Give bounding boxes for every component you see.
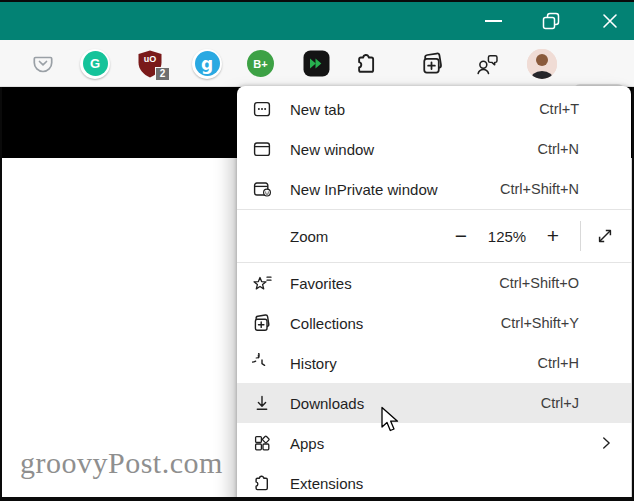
g-extension-icon: g (192, 49, 222, 79)
ublock-extension-button[interactable]: uO 2 (137, 40, 163, 87)
menu-item-shortcut: Ctrl+J (541, 395, 579, 411)
extensions-puzzle-icon (252, 473, 272, 493)
browser-toolbar: G uO 2 g B+ (0, 40, 634, 87)
grammarly-extension-button[interactable]: G (80, 40, 110, 87)
menu-item-label: Favorites (290, 275, 499, 292)
restore-button[interactable] (531, 2, 571, 40)
new-window-icon (252, 139, 272, 159)
mouse-cursor (380, 406, 399, 434)
profile-button[interactable] (527, 40, 557, 87)
new-inprivate-icon (252, 179, 272, 199)
collections-icon (252, 313, 272, 333)
menu-item-new-window[interactable]: New window Ctrl+N (237, 129, 631, 169)
person-chat-icon (475, 51, 500, 76)
restore-icon (542, 12, 560, 30)
apps-icon (252, 433, 272, 453)
fullscreen-button[interactable] (593, 224, 617, 248)
menu-item-label: Apps (290, 435, 597, 452)
menu-item-label: Collections (290, 315, 501, 332)
menu-item-shortcut: Ctrl+N (538, 141, 580, 157)
window-border-top (0, 0, 634, 2)
menu-item-label: Downloads (290, 395, 541, 412)
minimize-icon (485, 20, 502, 22)
grammarly-icon: G (80, 49, 110, 79)
menu-item-label: History (290, 355, 538, 372)
menu-item-extensions[interactable]: Extensions (237, 463, 631, 501)
titlebar (0, 2, 634, 40)
close-button[interactable] (590, 2, 630, 40)
menu-item-history[interactable]: History Ctrl+H (237, 343, 631, 383)
ublock-shield-icon: uO 2 (137, 49, 163, 79)
zoom-label: Zoom (290, 228, 446, 245)
g-extension-button[interactable]: g (192, 40, 222, 87)
menu-item-label: New tab (290, 101, 539, 118)
menu-item-shortcut: Ctrl+Shift+Y (501, 315, 579, 331)
menu-item-new-tab[interactable]: New tab Ctrl+T (237, 89, 631, 129)
zoom-value: 125% (476, 228, 538, 245)
menu-item-shortcut: Ctrl+Shift+O (499, 275, 579, 291)
arrow-cursor-icon (380, 406, 399, 434)
minimize-button[interactable] (473, 2, 513, 40)
profile-avatar (527, 49, 557, 79)
menu-item-new-inprivate-window[interactable]: New InPrivate window Ctrl+Shift+N (237, 169, 631, 209)
fast-forward-extension-button[interactable] (303, 40, 330, 87)
ublock-badge: 2 (155, 67, 170, 81)
menu-item-label: New window (290, 141, 538, 158)
history-icon (252, 353, 272, 373)
settings-menu: New tab Ctrl+T New window Ctrl+N New InP… (237, 86, 631, 501)
watermark-text: groovyPost.com (20, 446, 223, 480)
menu-item-zoom: Zoom − 125% + (237, 210, 631, 262)
fullscreen-icon (595, 226, 615, 246)
favorites-icon (252, 273, 272, 293)
close-icon (601, 12, 619, 30)
chevron-right-icon (597, 434, 615, 452)
menu-item-shortcut: Ctrl+T (539, 101, 579, 117)
menu-item-shortcut: Ctrl+H (538, 355, 580, 371)
fast-forward-icon (303, 50, 330, 77)
b-plus-extension-button[interactable]: B+ (247, 40, 274, 87)
menu-item-downloads[interactable]: Downloads Ctrl+J (237, 383, 631, 423)
collections-toolbar-button[interactable] (420, 40, 445, 87)
puzzle-icon (354, 51, 379, 76)
new-tab-icon (252, 99, 272, 119)
extensions-toolbar-button[interactable] (354, 40, 379, 87)
menu-item-apps[interactable]: Apps (237, 423, 631, 463)
pocket-icon (31, 52, 55, 76)
collections-icon (420, 51, 445, 76)
downloads-icon (252, 393, 272, 413)
browser-essentials-button[interactable] (475, 40, 500, 87)
zoom-out-button[interactable]: − (446, 221, 476, 251)
menu-item-favorites[interactable]: Favorites Ctrl+Shift+O (237, 263, 631, 303)
menu-item-label: Extensions (290, 475, 631, 492)
zoom-separator (580, 221, 581, 251)
b-plus-icon: B+ (247, 50, 274, 77)
window-border-bottom (0, 497, 634, 501)
menu-item-shortcut: Ctrl+Shift+N (500, 181, 579, 197)
window-border-left (0, 87, 2, 501)
menu-item-label: New InPrivate window (290, 181, 500, 198)
menu-item-collections[interactable]: Collections Ctrl+Shift+Y (237, 303, 631, 343)
pocket-extension-button[interactable] (31, 40, 55, 87)
svg-text:uO: uO (144, 54, 157, 64)
zoom-in-button[interactable]: + (538, 221, 568, 251)
